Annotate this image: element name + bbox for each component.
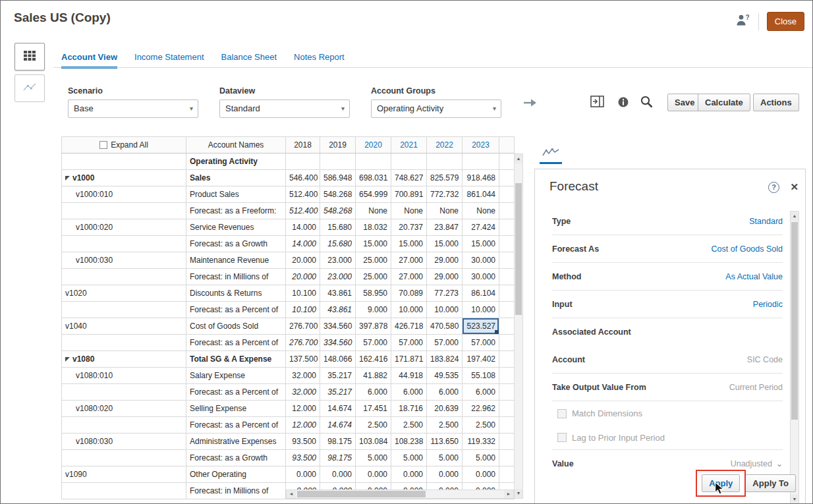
value-cell[interactable]: 15.000 (463, 236, 499, 252)
scenario-select[interactable]: Base▾ (68, 99, 198, 118)
search-icon[interactable] (640, 95, 654, 111)
account-groups-select[interactable]: Operating Activity▾ (371, 99, 501, 118)
scroll-left-button[interactable]: ◄ (287, 490, 296, 498)
checkbox[interactable] (557, 409, 567, 418)
value-cell[interactable]: 197.402 (463, 351, 499, 368)
grid-view-button[interactable] (14, 43, 45, 70)
value-cell[interactable]: 27.424 (463, 219, 499, 236)
value-cell[interactable]: 0.000 (463, 466, 499, 483)
value-cell[interactable]: 77.273 (427, 285, 463, 302)
value-cell[interactable]: 20.000 (286, 269, 320, 285)
value-cell[interactable]: 0.000 (320, 466, 356, 483)
value-cell[interactable]: 10.100 (286, 285, 320, 302)
user-help-icon[interactable]: ? (735, 13, 750, 30)
value-cell[interactable]: 17.451 (356, 401, 391, 417)
scroll-right-button[interactable]: ► (504, 490, 513, 498)
field-value[interactable]: Cost of Goods Sold (712, 244, 783, 254)
value-cell[interactable]: 772.732 (427, 186, 463, 203)
info-icon[interactable] (617, 96, 629, 111)
value-cell[interactable]: 6.000 (391, 384, 427, 401)
value-cell[interactable]: 6.000 (427, 384, 463, 401)
value-cell[interactable]: 918.468 (463, 170, 499, 186)
tab-account-view[interactable]: Account View (61, 52, 117, 69)
forecast-method-link[interactable]: Forecast: as a Freeform: (186, 203, 286, 219)
forecast-method-link[interactable]: Forecast: in Millions of (186, 269, 286, 285)
value-cell[interactable]: 512.400 (286, 203, 320, 219)
value-cell[interactable]: 14.674 (320, 417, 356, 434)
value-cell[interactable]: 700.891 (391, 186, 427, 203)
value-cell[interactable]: 12.000 (286, 401, 320, 417)
value-cell[interactable] (463, 154, 499, 170)
value-cell[interactable]: 137.500 (286, 351, 320, 368)
value-cell[interactable]: None (356, 203, 391, 219)
value-cell[interactable]: None (427, 203, 463, 219)
value-cell[interactable]: 103.084 (356, 434, 391, 450)
value-cell[interactable]: 548.268 (320, 186, 356, 203)
forecast-method-link[interactable]: Forecast: as a Growth (186, 450, 286, 466)
value-cell[interactable]: 20.000 (286, 252, 320, 269)
field-value[interactable]: Periodic (753, 300, 783, 309)
scroll-down-button[interactable]: ▼ (791, 495, 799, 504)
value-cell[interactable]: 55.108 (463, 368, 499, 384)
value-cell[interactable]: 426.718 (391, 318, 427, 335)
value-cell[interactable]: 183.824 (427, 351, 463, 368)
scroll-up-button[interactable]: ▲ (791, 211, 799, 221)
value-cell[interactable]: 2.500 (391, 417, 427, 434)
checkbox[interactable] (557, 433, 567, 442)
value-cell[interactable]: 5.000 (356, 450, 391, 466)
value-cell[interactable]: 44.918 (391, 368, 427, 384)
value-cell[interactable]: 27.000 (391, 252, 427, 269)
forecast-method-link[interactable]: Forecast: in Millions of (186, 483, 286, 499)
value-cell[interactable]: 49.535 (427, 368, 463, 384)
calculate-button[interactable]: Calculate (698, 94, 750, 111)
apply-to-button[interactable]: Apply To (745, 474, 796, 492)
value-cell[interactable]: 41.882 (356, 368, 391, 384)
value-cell[interactable]: 14.000 (286, 236, 320, 252)
expand-all-checkbox[interactable] (99, 141, 107, 149)
panel-tab-forecast[interactable] (540, 147, 562, 164)
value-cell[interactable]: 113.650 (427, 434, 463, 450)
value-cell[interactable]: 15.000 (356, 236, 391, 252)
value-cell[interactable]: 0.000 (286, 466, 320, 483)
vertical-scrollbar-thumb[interactable] (515, 183, 522, 315)
forecast-method-link[interactable]: Forecast: as a Percent of (186, 417, 286, 434)
value-cell[interactable]: 825.579 (427, 170, 463, 186)
value-cell[interactable]: 93.500 (286, 434, 320, 450)
value-cell[interactable]: 25.000 (356, 252, 391, 269)
field-value[interactable]: Standard (749, 217, 783, 226)
value-cell[interactable]: 15.680 (320, 219, 356, 236)
value-cell[interactable]: 512.400 (286, 186, 320, 203)
forecast-method-link[interactable]: Forecast: as a Percent of (186, 384, 286, 401)
value-cell[interactable] (427, 154, 463, 170)
dataview-select[interactable]: Standard▾ (219, 99, 350, 118)
value-cell[interactable]: 35.217 (320, 368, 356, 384)
value-cell[interactable]: 397.878 (356, 318, 391, 335)
value-cell[interactable] (356, 154, 391, 170)
chevron-down-icon[interactable]: ⌄ (776, 459, 783, 468)
value-cell[interactable]: 86.104 (463, 285, 499, 302)
value-cell[interactable]: 6.000 (356, 384, 391, 401)
tab-balance-sheet[interactable]: Balance Sheet (221, 52, 277, 69)
forecast-method-link[interactable]: Forecast: as a Percent of (186, 335, 286, 351)
panel-vertical-scrollbar[interactable]: ▲ ▼ (790, 211, 799, 504)
value-cell[interactable]: 0.000 (427, 466, 463, 483)
value-cell[interactable]: 57.000 (356, 335, 391, 351)
value-cell[interactable]: 30.000 (463, 269, 499, 285)
value-cell[interactable]: 2.500 (427, 417, 463, 434)
value-cell[interactable]: 119.332 (463, 434, 499, 450)
value-cell[interactable]: 171.871 (391, 351, 427, 368)
horizontal-scrollbar-thumb[interactable] (297, 491, 426, 497)
value-cell[interactable]: 5.000 (391, 450, 427, 466)
panel-close-icon[interactable]: ✕ (790, 181, 799, 193)
value-cell[interactable]: 586.948 (320, 170, 356, 186)
value-cell[interactable] (320, 154, 356, 170)
value-cell[interactable]: 0.000 (356, 466, 391, 483)
value-cell[interactable] (286, 154, 320, 170)
panel-scrollbar-thumb[interactable] (791, 222, 798, 420)
grid-horizontal-scrollbar[interactable]: ◄ ► (286, 490, 514, 499)
value-cell[interactable]: 162.416 (356, 351, 391, 368)
field-value[interactable]: As Actual Value (725, 272, 783, 281)
value-cell[interactable]: 470.580 (427, 318, 463, 335)
value-cell[interactable]: 23.000 (320, 252, 356, 269)
value-cell[interactable]: 861.044 (463, 186, 499, 203)
